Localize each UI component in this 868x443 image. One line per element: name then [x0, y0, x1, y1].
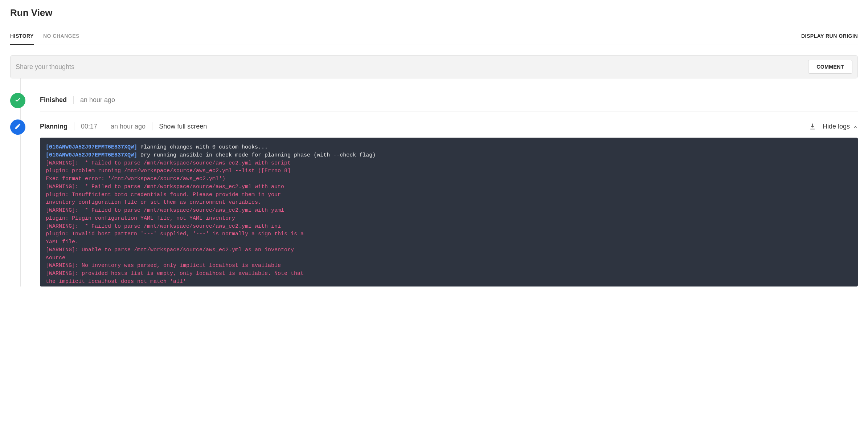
chevron-up-icon — [853, 124, 858, 129]
log-warning: [WARNING]: * Failed to parse /mnt/worksp… — [46, 223, 304, 245]
hide-logs-label: Hide logs — [823, 123, 850, 130]
log-run-id: [01GANW0JA52J97EFMT6E837XQW] — [46, 152, 137, 158]
timeline-item-planning: Planning 00:17 an hour ago Show full scr… — [10, 119, 858, 286]
tab-history[interactable]: HISTORY — [10, 29, 34, 45]
log-warning: [WARNING]: No inventory was parsed, only… — [46, 263, 281, 269]
timeline-item-finished: Finished an hour ago — [10, 93, 858, 119]
log-warning: [WARNING]: * Failed to parse /mnt/worksp… — [46, 207, 284, 222]
separator — [152, 122, 152, 130]
pencil-icon — [15, 123, 21, 131]
planning-time: an hour ago — [111, 123, 146, 130]
show-full-screen-link[interactable]: Show full screen — [159, 123, 207, 130]
check-icon — [15, 97, 21, 105]
download-icon[interactable] — [809, 123, 816, 130]
planning-duration: 00:17 — [81, 123, 97, 130]
finished-badge — [10, 93, 25, 108]
separator — [73, 96, 74, 104]
log-run-id: [01GANW0JA52J97EFMT6E837XQW] — [46, 144, 137, 150]
display-run-origin-link[interactable]: DISPLAY RUN ORIGIN — [801, 29, 858, 45]
tab-bar: HISTORY NO CHANGES DISPLAY RUN ORIGIN — [10, 29, 858, 45]
log-line: Dry running ansible in check mode for pl… — [137, 152, 376, 158]
comment-button[interactable]: COMMENT — [808, 60, 852, 74]
tab-no-changes[interactable]: NO CHANGES — [43, 29, 79, 45]
separator — [104, 122, 104, 130]
planning-badge — [10, 119, 25, 135]
comment-input[interactable] — [16, 63, 808, 71]
planning-title: Planning — [40, 123, 67, 130]
comment-box: COMMENT — [10, 55, 858, 78]
log-terminal[interactable]: [01GANW0JA52J97EFMT6E837XQW] Planning ch… — [40, 138, 858, 286]
log-warning: [WARNING]: Unable to parse /mnt/workspac… — [46, 247, 294, 261]
log-line: Planning changes with 0 custom hooks... — [137, 144, 268, 150]
page-title: Run View — [10, 7, 858, 19]
separator — [74, 122, 74, 130]
log-warning: [WARNING]: provided hosts list is empty,… — [46, 271, 304, 285]
log-warning: [WARNING]: * Failed to parse /mnt/worksp… — [46, 160, 291, 182]
finished-title: Finished — [40, 96, 67, 104]
divider — [40, 111, 858, 111]
log-warning: [WARNING]: * Failed to parse /mnt/worksp… — [46, 184, 284, 206]
finished-time: an hour ago — [80, 96, 115, 104]
hide-logs-toggle[interactable]: Hide logs — [823, 123, 858, 130]
